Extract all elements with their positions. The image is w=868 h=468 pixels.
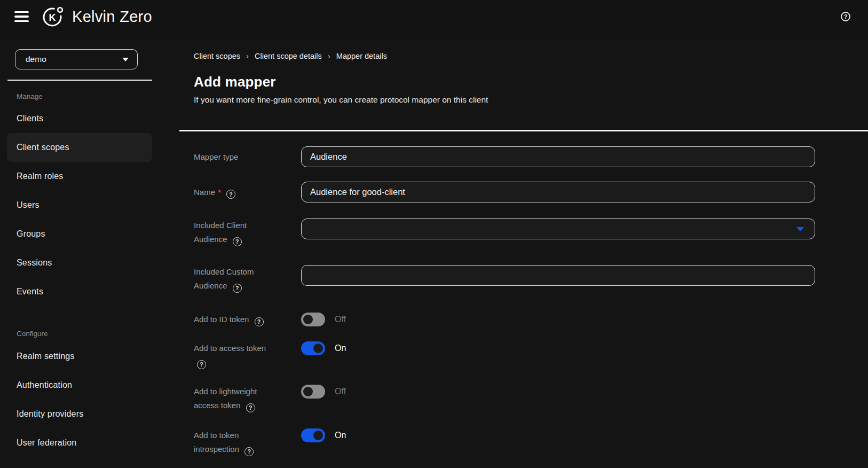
kelvin-zero-logo-icon: K xyxy=(41,4,65,29)
add-to-id-token-state: Off xyxy=(335,313,346,326)
add-to-lightweight-access-token-state: Off xyxy=(335,385,346,399)
add-to-access-token-help-icon[interactable]: ? xyxy=(197,360,206,369)
included-client-audience-label: Included Client Audience ? xyxy=(194,219,277,246)
breadcrumb-mapper-details: Mapper details xyxy=(336,51,387,61)
form-row-included-client-audience: Included Client Audience ? xyxy=(194,219,815,246)
realm-selector-value: demo xyxy=(26,54,46,64)
included-custom-audience-help-icon[interactable]: ? xyxy=(233,284,242,293)
add-to-lightweight-access-token-toggle[interactable] xyxy=(301,385,325,399)
sidebar-item-sessions[interactable]: Sessions xyxy=(7,248,152,277)
form-row-add-to-lightweight-access-token: Add to lightweight access token ? Off xyxy=(194,385,815,412)
brand-logo: K Kelvin Zero xyxy=(41,4,152,29)
included-client-audience-help-icon[interactable]: ? xyxy=(233,237,242,246)
add-to-token-introspection-help-icon[interactable]: ? xyxy=(244,447,254,456)
sidebar-item-authentication[interactable]: Authentication xyxy=(7,371,152,400)
page-subtitle: If you want more fine-grain control, you… xyxy=(194,95,868,105)
page-title: Add mapper xyxy=(194,73,868,90)
sidebar-item-identity-providers[interactable]: Identity providers xyxy=(7,400,152,428)
sidebar-item-client-scopes[interactable]: Client scopes xyxy=(7,133,152,162)
name-input[interactable] xyxy=(301,182,815,202)
add-to-lightweight-access-token-label: Add to lightweight access token ? xyxy=(194,385,277,412)
breadcrumb-separator-icon: › xyxy=(246,51,249,61)
required-asterisk: * xyxy=(218,188,221,197)
form-row-included-custom-audience: Included Custom Audience ? xyxy=(194,265,815,293)
sidebar: demo Manage Clients Client scopes Realm … xyxy=(0,33,152,468)
breadcrumb-client-scopes[interactable]: Client scopes xyxy=(194,51,240,61)
add-to-access-token-state: On xyxy=(335,341,346,355)
sidebar-section-configure: Configure xyxy=(17,330,152,338)
add-mapper-form: Mapper type Name* ? Included Client Audi… xyxy=(179,131,868,456)
sidebar-item-user-federation[interactable]: User federation xyxy=(7,428,152,457)
mapper-type-input[interactable] xyxy=(301,146,815,167)
add-to-id-token-toggle[interactable] xyxy=(301,313,325,326)
sidebar-item-groups[interactable]: Groups xyxy=(7,220,152,248)
form-row-name: Name* ? xyxy=(194,182,815,202)
svg-text:K: K xyxy=(49,12,56,23)
main-content: Client scopes › Client scope details › M… xyxy=(152,33,868,468)
name-label: Name* ? xyxy=(194,185,277,199)
add-to-token-introspection-label: Add to token introspection ? xyxy=(194,428,277,456)
sidebar-section-manage: Manage xyxy=(17,92,152,101)
form-row-add-to-id-token: Add to ID token ? Off xyxy=(194,313,815,326)
included-client-audience-select[interactable] xyxy=(301,219,815,239)
form-row-mapper-type: Mapper type xyxy=(194,146,815,167)
sidebar-item-events[interactable]: Events xyxy=(7,277,152,306)
breadcrumb-client-scope-details[interactable]: Client scope details xyxy=(255,51,322,61)
chevron-down-icon xyxy=(122,58,129,61)
add-to-access-token-toggle[interactable] xyxy=(301,341,325,355)
add-to-id-token-label: Add to ID token ? xyxy=(194,313,277,326)
breadcrumb-separator-icon: › xyxy=(328,51,330,61)
sidebar-item-realm-roles[interactable]: Realm roles xyxy=(7,162,152,191)
help-icon[interactable]: ? xyxy=(841,12,850,21)
form-row-add-to-access-token: Add to access token ? On xyxy=(194,341,815,369)
app-header: K Kelvin Zero ? xyxy=(0,0,868,33)
add-to-id-token-help-icon[interactable]: ? xyxy=(255,317,264,326)
sidebar-item-users[interactable]: Users xyxy=(7,191,152,220)
add-to-access-token-label: Add to access token ? xyxy=(194,341,277,369)
add-to-token-introspection-state: On xyxy=(335,428,346,442)
sidebar-divider xyxy=(7,80,152,81)
chevron-down-icon xyxy=(796,227,804,231)
sidebar-item-clients[interactable]: Clients xyxy=(7,104,152,133)
included-custom-audience-input[interactable] xyxy=(301,265,815,286)
breadcrumb: Client scopes › Client scope details › M… xyxy=(194,51,868,61)
sidebar-item-realm-settings[interactable]: Realm settings xyxy=(7,342,152,371)
hamburger-menu-icon[interactable] xyxy=(13,9,30,24)
realm-selector[interactable]: demo xyxy=(15,49,138,69)
form-row-add-to-token-introspection: Add to token introspection ? On xyxy=(194,428,815,456)
included-custom-audience-label: Included Custom Audience ? xyxy=(194,265,277,293)
add-to-token-introspection-toggle[interactable] xyxy=(301,428,325,442)
name-help-icon[interactable]: ? xyxy=(226,190,235,199)
brand-name: Kelvin Zero xyxy=(72,8,152,26)
mapper-type-label: Mapper type xyxy=(194,150,277,164)
add-to-lightweight-access-token-help-icon[interactable]: ? xyxy=(246,403,255,412)
